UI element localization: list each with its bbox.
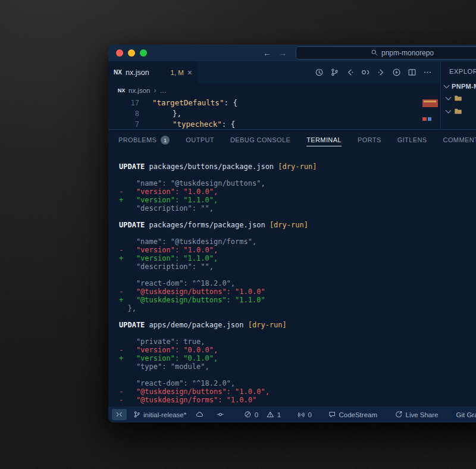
terminal-line: - "@tuskdesign/forms": "1.0.0" <box>119 396 476 404</box>
status-item-errors[interactable]: 0 <box>240 407 262 423</box>
zoom-window-button[interactable] <box>140 49 147 57</box>
command-center-search[interactable]: pnpm-monorepo <box>296 46 476 60</box>
tab-label: nx.json <box>126 68 149 77</box>
git-commit-icon <box>217 411 224 418</box>
panel-tab-comments[interactable]: COMMENTS <box>443 130 476 150</box>
navigate-back-button[interactable]: ← <box>263 48 271 58</box>
status-item-git-commit[interactable] <box>212 407 228 423</box>
breadcrumb-item-file[interactable]: nx.json <box>129 87 150 94</box>
tab-bar: NX nx.json 1, M × <box>108 61 440 83</box>
run-button[interactable] <box>392 68 401 77</box>
update-keyword: UPDATE <box>119 321 145 329</box>
json-key: "targetDefaults" <box>152 98 224 107</box>
panel-tab-problems[interactable]: PROBLEMS1 <box>118 130 170 150</box>
explorer-sidebar: EXPLORER PNPM-MONOREPO <box>440 61 476 129</box>
diff-context: "description": "", <box>119 262 214 271</box>
panel-tab-ports[interactable]: PORTS <box>358 130 381 150</box>
status-item-codestream[interactable]: CodeStream <box>324 407 381 423</box>
status-label: 0 <box>308 411 312 418</box>
diff-added: + "@tuskdesign/buttons": "1.1.0" <box>119 296 265 304</box>
panel-tab-label: GITLENS <box>397 130 427 150</box>
terminal-line: "react-dom": "^18.2.0", <box>119 279 476 287</box>
dry-run-flag: [dry-run] <box>270 221 308 229</box>
status-item-remote-indicator[interactable] <box>112 409 127 420</box>
tab-close-button[interactable]: × <box>187 68 192 77</box>
terminal-line: }, <box>119 304 476 312</box>
explorer-section-header[interactable]: PNPM-MONOREPO <box>441 75 476 92</box>
split-editor-button[interactable] <box>408 68 416 77</box>
open-changes-button[interactable] <box>361 68 370 77</box>
status-label: Live Share <box>406 411 439 418</box>
problems-count-badge: 1 <box>161 136 170 145</box>
line-number: 8 <box>108 108 140 119</box>
diff-context: "type": "module", <box>119 362 209 371</box>
terminal-line <box>119 229 476 237</box>
file-path: packages/buttons/package.json <box>145 162 278 171</box>
panel-tab-debug-console[interactable]: DEBUG CONSOLE <box>230 130 290 150</box>
status-item-warnings[interactable]: 1 <box>262 407 285 423</box>
navigate-forward-button[interactable]: → <box>278 48 287 58</box>
chevron-down-icon <box>444 82 450 88</box>
timeline-button[interactable] <box>315 68 324 77</box>
folder-icon <box>453 94 463 102</box>
diff-context: "react-dom": "^18.2.0", <box>119 279 235 287</box>
git-branch-icon <box>133 411 141 418</box>
remote-icon <box>115 411 123 418</box>
terminal-line <box>119 329 476 337</box>
chevron-down-icon <box>446 94 452 100</box>
status-item-ports[interactable]: 0 <box>293 407 316 423</box>
terminal-line: "description": "", <box>119 204 476 212</box>
tree-item-folder[interactable] <box>441 105 476 118</box>
folder-icon <box>453 107 463 115</box>
status-item-publish-changes[interactable] <box>192 407 208 423</box>
next-change-button[interactable] <box>377 68 386 77</box>
status-item-git-branch[interactable]: initial-release* <box>129 407 191 423</box>
diff-removed: - "@tuskdesign/buttons": "1.0.0", <box>119 387 270 396</box>
json-key: "typecheck" <box>173 120 222 129</box>
dry-run-flag: [dry-run] <box>278 162 317 171</box>
tree-item-folder[interactable] <box>441 92 476 105</box>
status-item-live-share[interactable]: Live Share <box>391 407 442 423</box>
line-number: 17 <box>108 98 140 108</box>
file-tree <box>441 92 476 118</box>
more-actions-button[interactable] <box>423 68 432 77</box>
terminal-output: UPDATE packages/buttons/package.json [dr… <box>108 150 476 407</box>
previous-change-button[interactable] <box>346 68 355 77</box>
terminal-line <box>119 212 476 221</box>
search-icon <box>371 49 378 58</box>
panel-tabs: PROBLEMS1OUTPUTDEBUG CONSOLETERMINALPORT… <box>108 130 476 150</box>
diff-context: "private": true, <box>119 337 205 346</box>
minimize-window-button[interactable] <box>128 49 135 57</box>
chevron-down-icon <box>446 107 452 113</box>
breadcrumb-item-symbol[interactable]: … <box>159 87 167 94</box>
code-text: "targetDefaults": { <box>140 98 237 108</box>
punctuation: }, <box>173 109 181 118</box>
panel-tab-gitlens[interactable]: GITLENS <box>397 130 427 150</box>
terminal-line: "description": "", <box>119 262 476 271</box>
editor-line: 17"targetDefaults": { <box>108 98 440 108</box>
diff-context: "description": "", <box>119 204 214 212</box>
terminal-line: "name": "@tuskdesign/forms", <box>119 237 476 246</box>
panel-tab-terminal[interactable]: TERMINAL <box>306 130 342 150</box>
terminal-line: - "@tuskdesign/buttons": "1.0.0" <box>119 287 476 296</box>
terminal-line: + "version": "1.1.0", <box>119 254 476 262</box>
close-window-button[interactable] <box>116 49 123 57</box>
code-text: }, <box>140 108 181 119</box>
bottom-panel: PROBLEMS1OUTPUTDEBUG CONSOLETERMINALPORT… <box>108 129 476 407</box>
source-control-button[interactable] <box>330 68 339 77</box>
diff-context: "name": "@tuskdesign/buttons", <box>119 179 265 187</box>
code-editor[interactable]: 17"targetDefaults": {8},7"typecheck": { <box>108 98 440 129</box>
terminal-line: UPDATE packages/buttons/package.json [dr… <box>119 162 476 171</box>
status-item-git-graph[interactable]: Git Graph <box>452 407 476 423</box>
panel-tab-output[interactable]: OUTPUT <box>186 130 214 150</box>
minimap-mark <box>424 101 436 102</box>
status-label: 0 <box>255 411 258 418</box>
liveshare-icon <box>395 411 403 418</box>
panel-tab-label: PROBLEMS <box>118 130 156 150</box>
minimap[interactable] <box>422 99 438 129</box>
workbench: NX nx.json 1, M × NX nx.json › … 17"targ… <box>108 61 476 129</box>
tab-nx-json[interactable]: NX nx.json 1, M × <box>108 61 198 83</box>
terminal-line: + "@tuskdesign/buttons": "1.1.0" <box>119 296 476 304</box>
editor-group: NX nx.json 1, M × NX nx.json › … 17"targ… <box>108 61 440 129</box>
broadcast-icon <box>298 411 305 418</box>
